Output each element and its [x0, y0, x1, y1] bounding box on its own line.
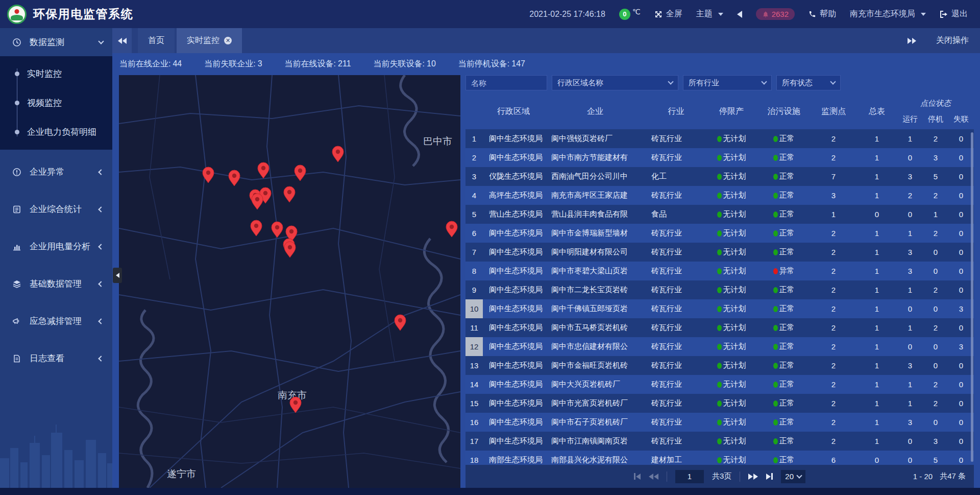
row-lost: 0 [948, 148, 974, 167]
table-row[interactable]: 4 高坪生态环境局 南充市高坪区王家店建 砖瓦行业 无计划 正常 3 1 2 2… [465, 186, 974, 205]
row-region: 阆中生态环境局 [483, 148, 544, 167]
row-production: 无计划 [706, 299, 757, 318]
table-row[interactable]: 18 南部生态环境局 南部县兴化水泥有限公 建材加工 无计划 正常 6 0 0 … [465, 451, 974, 465]
production-status-dot [717, 306, 722, 312]
row-production: 无计划 [706, 451, 757, 465]
row-region: 阆中生态环境局 [483, 299, 544, 318]
logout-button[interactable]: 退出 [940, 9, 968, 19]
sidebar-item-power-analysis[interactable]: 企业用电量分析 [0, 232, 112, 261]
row-region: 阆中生态环境局 [483, 129, 544, 148]
facility-status-dot [773, 268, 778, 274]
table-row[interactable]: 2 阆中生态环境局 阆中市南方节能建材有 砖瓦行业 无计划 正常 2 1 0 3… [465, 148, 974, 167]
fullscreen-button[interactable]: 全屏 [654, 9, 682, 19]
document-icon [11, 354, 22, 363]
tab-home[interactable]: 首页 [138, 28, 175, 53]
row-running: 1 [897, 280, 923, 299]
row-meter: 1 [856, 394, 897, 413]
table-row[interactable]: 12 阆中生态环境局 阆中市忠信建材有限公 砖瓦行业 无计划 正常 2 1 0 … [465, 337, 974, 356]
bullet-icon [15, 130, 19, 134]
chevron-down-icon [761, 79, 767, 84]
sidebar-item-power-load-detail[interactable]: 企业电力负荷明细 [0, 117, 112, 147]
table-body: 1 阆中生态环境局 阆中强锐页岩砖厂 砖瓦行业 无计划 正常 2 1 1 2 0… [465, 129, 974, 465]
logout-icon [940, 10, 948, 18]
sidebar-item-label: 日志查看 [30, 352, 64, 364]
page-size-select[interactable]: 20 [781, 470, 805, 483]
notification-badge[interactable]: 2632 [756, 8, 795, 20]
first-page-button[interactable] [634, 473, 641, 480]
row-industry: 砖瓦行业 [646, 243, 706, 262]
table-row[interactable]: 6 阆中生态环境局 阆中市金博瑞新型墙材 砖瓦行业 无计划 正常 2 1 1 2… [465, 224, 974, 243]
row-number: 13 [465, 356, 483, 375]
page-number-input[interactable] [675, 470, 704, 483]
production-status-dot [717, 211, 722, 218]
row-number: 8 [465, 262, 483, 280]
row-facility: 正常 [757, 224, 811, 243]
voice-mute-button[interactable] [737, 11, 742, 18]
chevron-down-icon [830, 79, 836, 84]
table-row[interactable]: 13 阆中生态环境局 阆中市金福旺页岩机砖 砖瓦行业 无计划 正常 2 1 3 … [465, 356, 974, 375]
table-row[interactable]: 10 阆中生态环境局 阆中千佛镇五郎垭页岩 砖瓦行业 无计划 正常 2 1 0 … [465, 299, 974, 318]
row-meter: 1 [856, 280, 897, 299]
row-running: 1 [897, 375, 923, 394]
region-select[interactable]: 行政区域名称 [552, 75, 678, 90]
sidebar-item-data-monitoring[interactable]: 数据监测 [0, 28, 112, 56]
table-row[interactable]: 9 阆中生态环境局 阆中市二龙长宝页岩砖 砖瓦行业 无计划 正常 2 1 1 2… [465, 280, 974, 299]
page-size-value: 20 [785, 472, 794, 481]
row-company: 阆中市金博瑞新型墙材 [544, 224, 646, 243]
table-row[interactable]: 17 阆中生态环境局 阆中市江南镇阆南页岩 砖瓦行业 无计划 正常 2 1 0 … [465, 432, 974, 451]
facility-status-dot [773, 325, 778, 331]
row-running: 3 [897, 167, 923, 186]
sidebar-collapse-toggle[interactable] [113, 268, 122, 283]
tab-realtime-monitoring[interactable]: 实时监控 ✕ [177, 28, 242, 53]
table-scrollbar[interactable] [971, 132, 973, 462]
tab-scroll-left-button[interactable] [112, 28, 132, 53]
table-row[interactable]: 15 阆中生态环境局 阆中市光富页岩机砖厂 砖瓦行业 无计划 正常 2 1 1 … [465, 394, 974, 413]
industry-select[interactable]: 所有行业 [683, 75, 772, 90]
table-row[interactable]: 1 阆中生态环境局 阆中强锐页岩砖厂 砖瓦行业 无计划 正常 2 1 1 2 0 [465, 129, 974, 148]
row-points: 2 [811, 299, 856, 318]
help-button[interactable]: 帮助 [808, 9, 836, 19]
sidebar-item-realtime-monitoring[interactable]: 实时监控 [0, 59, 112, 88]
map-city-label: 巴中市 [423, 136, 452, 147]
theme-dropdown[interactable]: 主题 [696, 9, 723, 19]
row-stopped: 0 [923, 413, 948, 432]
close-operations-button[interactable]: 关闭操作 [936, 35, 969, 46]
status-select[interactable]: 所有状态 [776, 75, 841, 90]
table-row[interactable]: 14 阆中生态环境局 阆中大兴页岩机砖厂 砖瓦行业 无计划 正常 2 1 1 2… [465, 375, 974, 394]
bullet-icon [15, 101, 19, 105]
row-company: 阆中明阳建材有限公司 [544, 243, 646, 262]
table-row[interactable]: 3 仪陇生态环境局 西南油气田分公司川中 化工 无计划 正常 7 1 3 5 0 [465, 167, 974, 186]
stat-offline-enterprises: 当前失联企业:3 [204, 59, 262, 69]
table-row[interactable]: 16 阆中生态环境局 阆中市石子页岩机砖厂 砖瓦行业 无计划 正常 2 1 3 … [465, 413, 974, 432]
map-panel[interactable]: 巴中市 南充市 遂宁市 [119, 75, 460, 488]
table-row[interactable]: 7 阆中生态环境局 阆中明阳建材有限公司 砖瓦行业 无计划 正常 2 1 3 0… [465, 243, 974, 262]
bell-icon [762, 11, 769, 18]
filter-bar: 行政区域名称 所有行业 所有状态 [465, 75, 974, 90]
row-running: 0 [897, 451, 923, 465]
name-search-input[interactable] [465, 75, 547, 90]
table-row[interactable]: 8 阆中生态环境局 阆中市枣碧大梁山页岩 砖瓦行业 无计划 异常 2 1 3 0… [465, 262, 974, 280]
sidebar-item-enterprise-statistics[interactable]: 企业综合统计 [0, 195, 112, 223]
sidebar-item-enterprise-abnormal[interactable]: 企业异常 [0, 158, 112, 186]
sidebar-item-log-view[interactable]: 日志查看 [0, 344, 112, 372]
row-facility: 正常 [757, 394, 811, 413]
bullet-icon [15, 72, 19, 76]
table-row[interactable]: 5 营山生态环境局 营山县润丰肉食品有限 食品 无计划 正常 1 0 0 1 0 [465, 205, 974, 224]
production-status-dot [717, 136, 722, 142]
prev-page-button[interactable] [649, 474, 658, 480]
megaphone-icon [11, 317, 22, 326]
org-dropdown[interactable]: 南充市生态环境局 [850, 9, 926, 19]
facility-status-dot [773, 382, 778, 388]
close-icon[interactable]: ✕ [224, 37, 232, 44]
sidebar-item-base-data[interactable]: 基础数据管理 [0, 270, 112, 298]
next-page-button[interactable] [748, 474, 758, 480]
table-row[interactable]: 11 阆中生态环境局 阆中市五马桥页岩机砖 砖瓦行业 无计划 正常 2 1 1 … [465, 318, 974, 337]
double-chevron-right-icon[interactable] [908, 38, 917, 44]
sidebar-item-video-monitoring[interactable]: 视频监控 [0, 88, 112, 117]
last-page-button[interactable] [766, 473, 773, 480]
row-facility: 正常 [757, 205, 811, 224]
row-region: 阆中生态环境局 [483, 375, 544, 394]
row-meter: 1 [856, 186, 897, 205]
row-stopped: 2 [923, 394, 948, 413]
sidebar-item-emergency-reduction[interactable]: 应急减排管理 [0, 307, 112, 335]
